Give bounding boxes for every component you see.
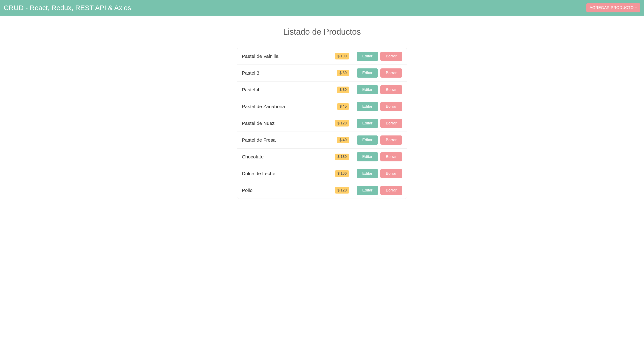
product-price-badge: $ 100 bbox=[335, 170, 349, 177]
product-actions: EditarBorrar bbox=[357, 102, 402, 111]
product-row: Pastel de Fresa$ 40EditarBorrar bbox=[237, 132, 407, 149]
edit-button[interactable]: Editar bbox=[357, 186, 378, 195]
product-row: Pastel de Zanahoria$ 45EditarBorrar bbox=[237, 98, 407, 115]
product-actions: EditarBorrar bbox=[357, 186, 402, 195]
edit-button[interactable]: Editar bbox=[357, 85, 378, 94]
product-actions: EditarBorrar bbox=[357, 85, 402, 94]
add-product-button[interactable]: AGREGAR PRODUCTO + bbox=[586, 3, 640, 12]
edit-button[interactable]: Editar bbox=[357, 68, 378, 78]
product-row: Pastel de Vainilla$ 100EditarBorrar bbox=[237, 48, 407, 65]
edit-button[interactable]: Editar bbox=[357, 152, 378, 161]
product-name: Pastel de Vainilla bbox=[242, 53, 335, 59]
edit-button[interactable]: Editar bbox=[357, 169, 378, 178]
delete-button[interactable]: Borrar bbox=[380, 119, 402, 128]
product-actions: EditarBorrar bbox=[357, 52, 402, 61]
product-row: Pastel 3$ 60EditarBorrar bbox=[237, 65, 407, 81]
delete-button[interactable]: Borrar bbox=[380, 169, 402, 178]
edit-button[interactable]: Editar bbox=[357, 102, 378, 111]
product-name: Pastel de Zanahoria bbox=[242, 104, 337, 109]
app-title: CRUD - React, Redux, REST API & Axios bbox=[4, 4, 131, 12]
edit-button[interactable]: Editar bbox=[357, 119, 378, 128]
page-title: Listado de Productos bbox=[237, 27, 407, 37]
product-list: Pastel de Vainilla$ 100EditarBorrarPaste… bbox=[237, 48, 407, 199]
delete-button[interactable]: Borrar bbox=[380, 85, 402, 94]
delete-button[interactable]: Borrar bbox=[380, 186, 402, 195]
product-price-badge: $ 100 bbox=[335, 53, 349, 59]
product-price-badge: $ 120 bbox=[335, 187, 349, 194]
delete-button[interactable]: Borrar bbox=[380, 152, 402, 161]
product-price-badge: $ 40 bbox=[337, 137, 349, 143]
delete-button[interactable]: Borrar bbox=[380, 135, 402, 145]
delete-button[interactable]: Borrar bbox=[380, 68, 402, 78]
app-header: CRUD - React, Redux, REST API & Axios AG… bbox=[0, 0, 644, 15]
product-row: Pastel 4$ 30EditarBorrar bbox=[237, 81, 407, 98]
product-row: Pollo$ 120EditarBorrar bbox=[237, 182, 407, 199]
product-price-badge: $ 120 bbox=[335, 120, 349, 126]
product-name: Pastel de Fresa bbox=[242, 137, 337, 143]
product-name: Pollo bbox=[242, 188, 335, 193]
product-name: Pastel 4 bbox=[242, 87, 337, 92]
product-name: Chocolate bbox=[242, 154, 335, 160]
product-actions: EditarBorrar bbox=[357, 169, 402, 178]
edit-button[interactable]: Editar bbox=[357, 52, 378, 61]
product-price-badge: $ 30 bbox=[337, 86, 349, 93]
product-actions: EditarBorrar bbox=[357, 135, 402, 145]
product-actions: EditarBorrar bbox=[357, 119, 402, 128]
product-actions: EditarBorrar bbox=[357, 68, 402, 78]
delete-button[interactable]: Borrar bbox=[380, 52, 402, 61]
product-row: Dulce de Leche$ 100EditarBorrar bbox=[237, 165, 407, 182]
edit-button[interactable]: Editar bbox=[357, 135, 378, 145]
product-price-badge: $ 60 bbox=[337, 70, 349, 76]
product-row: Pastel de Nuez$ 120EditarBorrar bbox=[237, 115, 407, 132]
product-row: Chocolate$ 130EditarBorrar bbox=[237, 149, 407, 165]
product-price-badge: $ 130 bbox=[335, 154, 349, 160]
product-price-badge: $ 45 bbox=[337, 103, 349, 110]
main-container: Listado de Productos Pastel de Vainilla$… bbox=[232, 15, 412, 208]
product-name: Pastel de Nuez bbox=[242, 120, 335, 126]
delete-button[interactable]: Borrar bbox=[380, 102, 402, 111]
product-actions: EditarBorrar bbox=[357, 152, 402, 161]
product-name: Pastel 3 bbox=[242, 70, 337, 76]
product-name: Dulce de Leche bbox=[242, 171, 335, 176]
